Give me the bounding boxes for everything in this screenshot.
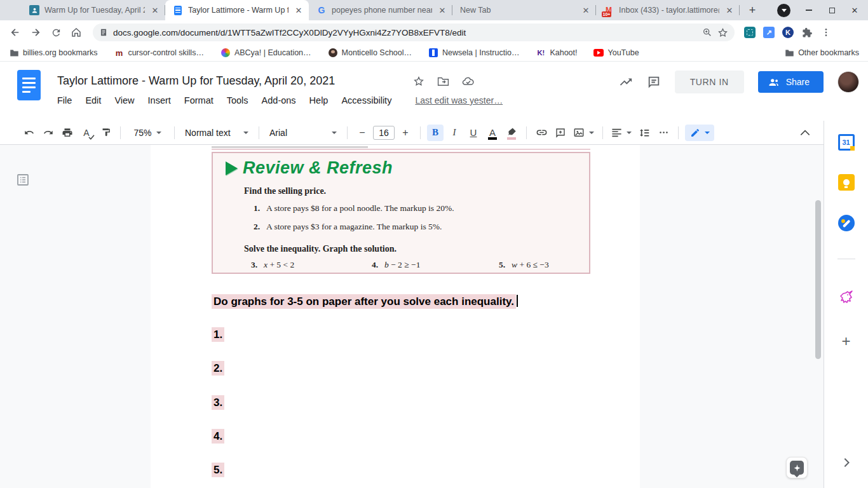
spell-check-icon[interactable]: A <box>78 125 95 141</box>
align-button[interactable] <box>609 125 634 141</box>
add-comment-icon[interactable] <box>552 125 569 141</box>
tab-close-icon[interactable]: ✕ <box>150 5 160 15</box>
insert-link-icon[interactable] <box>533 125 550 141</box>
extension-capture-icon[interactable] <box>743 26 756 39</box>
document-page[interactable]: Review & Refresh Find the selling price.… <box>151 145 640 488</box>
zoom-select[interactable]: 75% <box>127 125 168 141</box>
tab-gmail-inbox[interactable]: M 10+ Inbox (433) - taylor.lattimore@ ✕ <box>596 0 740 20</box>
increase-font-size-button[interactable]: + <box>397 125 414 141</box>
menu-view[interactable]: View <box>114 95 134 105</box>
last-edit-link[interactable]: Last edit was yester… <box>415 95 503 105</box>
menu-format[interactable]: Format <box>184 95 214 105</box>
italic-button[interactable]: I <box>446 125 463 141</box>
menu-tools[interactable]: Tools <box>227 95 248 105</box>
bookmark-star-icon[interactable] <box>717 27 728 38</box>
unicorn-addon-icon[interactable] <box>837 288 855 306</box>
keep-icon[interactable] <box>837 173 855 191</box>
tab-close-icon[interactable]: ✕ <box>437 5 447 15</box>
back-icon[interactable] <box>6 24 24 41</box>
google-docs-logo-icon[interactable] <box>17 70 41 100</box>
vertical-scrollbar[interactable] <box>815 200 821 359</box>
highlight-color-swatch <box>507 137 516 140</box>
url-text[interactable]: docs.google.com/document/d/1WTT5aZwITf2C… <box>113 28 697 37</box>
bold-button[interactable]: B <box>427 125 444 141</box>
decrease-font-size-button[interactable]: − <box>354 125 370 141</box>
new-tab-button[interactable]: + <box>743 1 761 19</box>
font-select[interactable]: Arial <box>266 125 341 141</box>
tab-taylor-lattimore-active[interactable]: Taylor Lattimore - Warm Up fo ✕ <box>165 0 309 20</box>
show-outline-icon[interactable] <box>15 172 31 187</box>
redo-icon[interactable] <box>40 125 57 141</box>
tasks-icon[interactable] <box>837 214 855 232</box>
chevron-down-icon <box>627 132 632 134</box>
print-icon[interactable] <box>59 125 76 141</box>
tab-title: Warm Up for Tuesday, April 20 <box>44 6 145 15</box>
bookmark-monticello[interactable]: Monticello School… <box>328 48 412 58</box>
more-options-icon[interactable] <box>655 125 672 141</box>
window-restore-button[interactable] <box>827 6 836 15</box>
window-close-button[interactable]: ✕ <box>850 6 859 15</box>
chevron-down-icon <box>243 132 248 134</box>
extensions-puzzle-icon[interactable] <box>801 26 813 39</box>
bookmark-kahoot[interactable]: K! Kahoot! <box>536 48 577 58</box>
star-document-icon[interactable] <box>413 76 424 87</box>
reload-icon[interactable] <box>47 24 65 41</box>
bookmark-cursor-control[interactable]: m cursor-control skills… <box>114 48 203 58</box>
tab-close-icon[interactable]: ✕ <box>581 5 591 15</box>
tab-new-tab[interactable]: New Tab ✕ <box>452 0 596 20</box>
paint-format-icon[interactable] <box>97 125 114 141</box>
underline-button[interactable]: U <box>465 125 482 141</box>
menu-edit[interactable]: Edit <box>85 95 101 105</box>
extension-kami-icon[interactable]: K <box>782 26 794 39</box>
font-size-group: − 16 + <box>354 125 414 141</box>
text-color-button[interactable]: A <box>484 125 501 141</box>
extension-share-icon[interactable]: ↗ <box>763 26 775 39</box>
editing-mode-button[interactable] <box>685 125 714 141</box>
address-bar[interactable]: docs.google.com/document/d/1WTT5aZwITf2C… <box>93 24 735 41</box>
calendar-icon[interactable]: 31 <box>837 133 855 151</box>
user-avatar[interactable] <box>837 71 859 93</box>
bookmark-youtube[interactable]: YouTube <box>593 48 639 58</box>
insert-image-button[interactable] <box>571 125 596 141</box>
get-addons-button[interactable]: + <box>837 332 855 350</box>
tab-search-icon[interactable] <box>777 4 790 17</box>
undo-icon[interactable] <box>21 125 37 141</box>
hide-side-panel-icon[interactable] <box>843 458 850 468</box>
move-to-folder-icon[interactable] <box>437 76 449 86</box>
site-info-icon[interactable] <box>99 28 108 37</box>
line-spacing-icon[interactable] <box>636 125 653 141</box>
font-size-value[interactable]: 16 <box>373 126 395 140</box>
tab-warm-up[interactable]: Warm Up for Tuesday, April 20 ✕ <box>22 0 165 20</box>
comments-icon[interactable] <box>647 75 661 89</box>
menu-addons[interactable]: Add-ons <box>262 95 296 105</box>
menu-accessibility[interactable]: Accessibility <box>341 95 391 105</box>
hide-menus-icon[interactable] <box>797 125 813 141</box>
menu-insert[interactable]: Insert <box>148 95 171 105</box>
explore-button[interactable] <box>786 457 808 478</box>
menu-file[interactable]: File <box>57 95 72 105</box>
document-activity-icon[interactable] <box>619 75 633 89</box>
bookmark-billies[interactable]: billies.org bookmarks <box>9 48 97 58</box>
highlight-color-button[interactable] <box>503 125 520 141</box>
paragraph-style-select[interactable]: Normal text <box>181 125 252 141</box>
youtube-icon <box>593 48 604 58</box>
image-edge-fragment <box>212 149 590 150</box>
bookmark-abcya[interactable]: ABCya! | Education… <box>220 48 311 58</box>
forward-icon[interactable] <box>27 24 44 41</box>
document-title[interactable]: Taylor Lattimore - Warm Up for Tuesday, … <box>57 74 335 88</box>
tab-close-icon[interactable]: ✕ <box>724 5 735 15</box>
abcya-icon <box>220 48 231 58</box>
turn-in-button[interactable]: TURN IN <box>675 71 744 93</box>
other-bookmarks[interactable]: Other bookmarks <box>784 48 859 58</box>
cloud-saved-icon[interactable] <box>462 76 475 86</box>
browser-menu-icon[interactable] <box>820 26 832 39</box>
tab-close-icon[interactable]: ✕ <box>294 5 304 15</box>
home-icon[interactable] <box>67 24 85 41</box>
share-button[interactable]: Share <box>758 71 824 93</box>
menu-help[interactable]: Help <box>309 95 329 105</box>
tab-popeyes-search[interactable]: G popeyes phone number near m ✕ <box>309 0 452 20</box>
worksheet-inequality: 5. w + 6 ≤ −3 <box>499 260 549 270</box>
zoom-page-icon[interactable] <box>702 27 712 37</box>
bookmark-newsela[interactable]: Newsela | Instructio… <box>428 48 519 58</box>
window-minimize-button[interactable] <box>804 6 813 15</box>
